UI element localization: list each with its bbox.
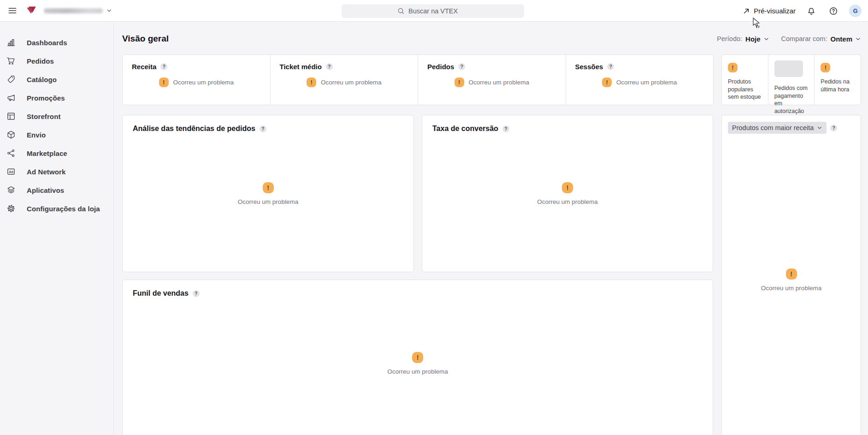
chart-error-state: Ocorreu um problema — [123, 352, 713, 375]
page-title: Visão geral — [122, 34, 169, 44]
search-icon — [397, 7, 405, 15]
preview-button[interactable]: Pré-visualizar — [743, 7, 796, 15]
error-message: Ocorreu um problema — [173, 79, 234, 86]
warning-icon — [455, 77, 464, 87]
top-products-metric-select[interactable]: Produtos com maior receita — [728, 122, 827, 134]
account-name-redacted — [44, 8, 103, 13]
warning-icon — [263, 182, 274, 193]
warning-icon — [728, 63, 738, 72]
chevron-down-icon — [855, 36, 861, 42]
help-icon[interactable] — [830, 125, 837, 131]
top-products-card: Produtos com maior receita Ocorreu um pr… — [721, 115, 861, 435]
conversion-rate-card: Taxa de conversão Ocorreu um problema — [422, 115, 713, 272]
bell-icon — [807, 6, 816, 16]
help-icon[interactable] — [193, 290, 200, 297]
warning-icon — [307, 77, 316, 87]
kpi-sessoes: Sessões Ocorreu um problema — [566, 55, 714, 105]
avatar-initial: G — [853, 7, 857, 14]
chart-error-state: Ocorreu um problema — [123, 182, 413, 205]
kpi-title: Ticket médio — [280, 63, 322, 71]
card-title: Análise das tendências de pedidos — [133, 125, 255, 133]
search-input[interactable] — [408, 7, 468, 15]
share-icon — [6, 149, 16, 158]
sidebar-item-catalogo[interactable]: Catálogo — [0, 70, 113, 89]
sidebar-item-label: Ad Network — [27, 168, 65, 176]
help-button[interactable] — [827, 5, 840, 18]
chevron-down-icon — [763, 36, 769, 42]
compare-value: Ontem — [830, 35, 852, 43]
sidebar-item-dashboards[interactable]: Dashboards — [0, 33, 113, 52]
megaphone-icon — [6, 93, 16, 102]
tag-icon — [6, 75, 16, 84]
warning-icon — [412, 352, 423, 363]
quick-stat-payment-auth[interactable]: Pedidos com pagamento em autorização — [768, 55, 815, 105]
compare-label: Comparar com: — [781, 35, 827, 42]
sidebar-item-label: Dashboards — [27, 39, 67, 47]
sidebar-item-configuracoes[interactable]: Configurações da loja — [0, 199, 113, 218]
sidebar-item-ad-network[interactable]: Ad Ad Network — [0, 162, 113, 181]
svg-text:Ad: Ad — [9, 170, 13, 173]
period-label: Período: — [717, 35, 742, 42]
sales-funnel-card: Funil de vendas Ocorreu um problema — [122, 280, 713, 435]
hamburger-icon — [8, 6, 17, 15]
compare-select[interactable]: Ontem — [830, 35, 861, 43]
kpi-summary-card: Receita Ocorreu um problema Ticket médio… — [122, 54, 714, 105]
sidebar-item-promocoes[interactable]: Promoções — [0, 89, 113, 107]
sidebar-item-pedidos[interactable]: Pedidos — [0, 52, 113, 70]
vtex-logo-icon — [25, 5, 37, 17]
topbar: Pré-visualizar G — [0, 0, 868, 22]
sidebar-item-label: Storefront — [27, 113, 61, 120]
kpi-title: Sessões — [575, 63, 603, 71]
chevron-down-icon — [106, 8, 112, 13]
help-icon[interactable] — [160, 63, 167, 70]
sidebar-item-label: Promoções — [27, 94, 65, 102]
sidebar-item-envio[interactable]: Envio — [0, 125, 113, 144]
bar-chart-icon — [6, 38, 16, 47]
chevron-down-icon — [817, 125, 822, 131]
error-message: Ocorreu um problema — [387, 368, 448, 375]
sidebar-item-aplicativos[interactable]: Aplicativos — [0, 181, 113, 199]
warning-icon — [159, 77, 169, 87]
sidebar-item-marketplace[interactable]: Marketplace — [0, 144, 113, 162]
sidebar-item-label: Configurações da loja — [27, 205, 100, 213]
help-icon[interactable] — [260, 125, 266, 132]
period-value: Hoje — [745, 35, 761, 43]
help-icon[interactable] — [502, 125, 509, 132]
account-switcher[interactable] — [44, 8, 112, 13]
help-icon[interactable] — [458, 63, 465, 70]
quick-stats-card: Produtos populares sem estoque Pedidos c… — [721, 54, 861, 105]
card-title: Funil de vendas — [133, 289, 189, 298]
help-icon[interactable] — [607, 63, 614, 70]
kpi-receita: Receita Ocorreu um problema — [123, 55, 270, 105]
warning-icon — [821, 63, 830, 72]
period-controls: Período: Hoje Comparar com: Ontem — [717, 35, 861, 43]
kpi-title: Receita — [132, 63, 156, 71]
error-message: Ocorreu um problema — [469, 79, 529, 86]
notifications-button[interactable] — [805, 5, 818, 18]
help-icon[interactable] — [326, 63, 333, 70]
hamburger-menu-button[interactable] — [6, 4, 19, 17]
storefront-icon — [6, 112, 16, 121]
cart-icon — [6, 56, 16, 66]
warning-icon — [786, 268, 797, 280]
selected-metric: Produtos com maior receita — [732, 124, 814, 131]
sidebar-item-storefront[interactable]: Storefront — [0, 107, 113, 125]
gear-icon — [6, 204, 16, 213]
ad-icon: Ad — [6, 167, 16, 176]
chart-error-state: Ocorreu um problema — [722, 268, 861, 292]
user-avatar[interactable]: G — [849, 5, 862, 17]
period-select[interactable]: Hoje — [745, 35, 769, 43]
kpi-ticket-medio: Ticket médio Ocorreu um problema — [270, 55, 418, 105]
quick-stat-out-of-stock[interactable]: Produtos populares sem estoque — [722, 55, 768, 105]
sidebar: Dashboards Pedidos Catálogo Promoções St… — [0, 22, 114, 435]
sidebar-item-label: Marketplace — [27, 149, 67, 157]
kpi-title: Pedidos — [427, 63, 454, 71]
question-circle-icon — [829, 6, 838, 16]
error-message: Ocorreu um problema — [616, 79, 677, 86]
vtex-admin-overview: { "topbar": { "search_placeholder": "Bus… — [0, 0, 868, 435]
sidebar-item-label: Pedidos — [27, 57, 54, 65]
quick-stat-label: Pedidos na última hora — [821, 78, 856, 93]
quick-stat-last-hour[interactable]: Pedidos na última hora — [814, 55, 861, 105]
global-search[interactable] — [342, 4, 524, 18]
quick-stat-label: Pedidos com pagamento em autorização — [774, 84, 810, 115]
